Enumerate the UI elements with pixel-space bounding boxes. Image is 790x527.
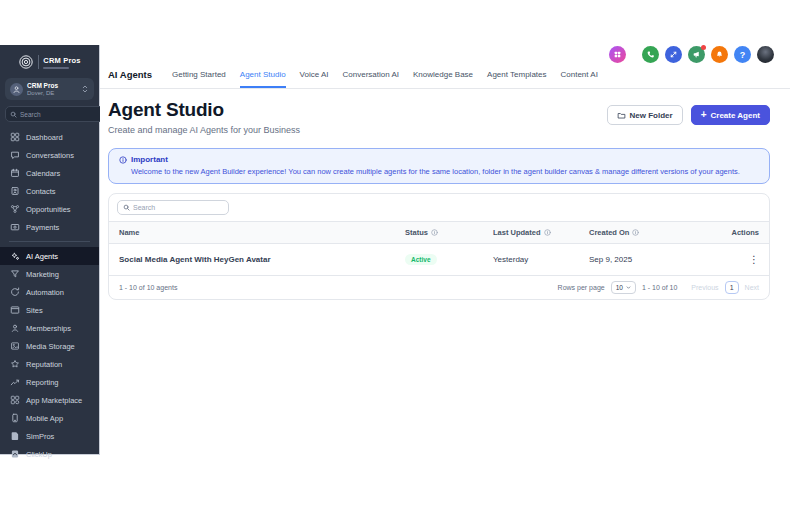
important-banner: Important Welcome to the new Agent Build… bbox=[108, 148, 770, 184]
sidebar-item-label: Media Storage bbox=[26, 342, 75, 351]
account-name: CRM Pros bbox=[27, 82, 77, 89]
tab-getting-started[interactable]: Getting Started bbox=[172, 70, 226, 88]
sidebar-item-label: Reporting bbox=[26, 378, 59, 387]
sidebar-search-row: ctrl K + bbox=[5, 106, 94, 122]
pagination-range: 1 - 10 of 10 bbox=[642, 284, 677, 291]
sidebar-item-conversations[interactable]: Conversations bbox=[0, 146, 99, 164]
column-last-updated[interactable]: Last Updated bbox=[493, 228, 589, 237]
new-folder-button[interactable]: New Folder bbox=[607, 105, 683, 125]
info-icon bbox=[632, 229, 639, 236]
sidebar-item-automation[interactable]: Automation bbox=[0, 283, 99, 301]
column-created-on[interactable]: Created On bbox=[589, 228, 709, 237]
person-icon bbox=[12, 85, 21, 94]
tab-agent-templates[interactable]: Agent Templates bbox=[487, 70, 546, 88]
sidebar-item-label: Mobile App bbox=[26, 414, 63, 423]
sidebar-search-input[interactable] bbox=[20, 111, 103, 118]
app-marketplace-icon bbox=[10, 395, 20, 405]
sidebar-item-simpros[interactable]: SimPros bbox=[0, 427, 99, 445]
folder-icon bbox=[617, 111, 626, 120]
sidebar-item-media-storage[interactable]: Media Storage bbox=[0, 337, 99, 355]
next-page-button[interactable]: Next bbox=[745, 284, 759, 291]
sidebar-item-memberships[interactable]: Memberships bbox=[0, 319, 99, 337]
sidebar-item-app-marketplace[interactable]: App Marketplace bbox=[0, 391, 99, 409]
phone-icon[interactable] bbox=[642, 46, 659, 63]
sidebar-item-ai-agents[interactable]: AI Agents bbox=[0, 247, 99, 265]
sidebar-item-label: Reputation bbox=[26, 360, 62, 369]
account-switcher[interactable]: CRM Pros Dover, DE bbox=[5, 78, 94, 100]
rows-per-page-select[interactable]: 10 bbox=[611, 281, 636, 294]
user-avatar[interactable] bbox=[757, 46, 774, 63]
sidebar-item-label: Automation bbox=[26, 288, 64, 297]
logo: CRM Pros bbox=[0, 45, 99, 77]
sidebar-item-marketing[interactable]: Marketing bbox=[0, 265, 99, 283]
sidebar-item-label: Marketing bbox=[26, 270, 59, 279]
info-icon bbox=[431, 229, 438, 236]
ai-agents-icon bbox=[10, 251, 20, 261]
page-number-button[interactable]: 1 bbox=[725, 281, 739, 294]
table-search[interactable] bbox=[117, 200, 229, 215]
sidebar-item-contacts[interactable]: Contacts bbox=[0, 182, 99, 200]
tab-knowledge-base[interactable]: Knowledge Base bbox=[413, 70, 473, 88]
tab-voice-ai[interactable]: Voice AI bbox=[300, 70, 329, 88]
clickup-icon bbox=[10, 449, 20, 459]
automation-icon bbox=[10, 287, 20, 297]
sidebar-nav: Dashboard Conversations Calendars Contac… bbox=[0, 128, 99, 463]
announcements-icon[interactable] bbox=[688, 46, 705, 63]
media-storage-icon bbox=[10, 341, 20, 351]
tab-content-ai[interactable]: Content AI bbox=[561, 70, 598, 88]
apps-icon[interactable] bbox=[609, 46, 626, 63]
previous-page-button[interactable]: Previous bbox=[691, 284, 718, 291]
chevron-up-down-icon bbox=[81, 84, 89, 94]
sidebar-item-reporting[interactable]: Reporting bbox=[0, 373, 99, 391]
row-actions-menu-icon[interactable]: ⋮ bbox=[749, 254, 759, 265]
contacts-icon bbox=[10, 186, 20, 196]
table-search-input[interactable] bbox=[133, 204, 223, 211]
sidebar-item-dashboard[interactable]: Dashboard bbox=[0, 128, 99, 146]
calendar-icon bbox=[10, 168, 20, 178]
help-icon[interactable]: ? bbox=[734, 46, 751, 63]
account-avatar bbox=[10, 83, 23, 96]
agent-name[interactable]: Social Media Agent With HeyGen Avatar bbox=[119, 255, 405, 264]
sidebar: CRM Pros CRM Pros Dover, DE bbox=[0, 45, 100, 455]
conversations-icon bbox=[10, 150, 20, 160]
table-row[interactable]: Social Media Agent With HeyGen Avatar Ac… bbox=[109, 244, 769, 275]
page-header: Agent Studio Create and manage AI Agents… bbox=[108, 99, 770, 135]
integrations-icon[interactable] bbox=[665, 46, 682, 63]
info-icon bbox=[119, 156, 127, 164]
page-title: Agent Studio bbox=[108, 99, 300, 121]
sidebar-item-mobile-app[interactable]: Mobile App bbox=[0, 409, 99, 427]
banner-title: Important bbox=[131, 155, 168, 164]
sidebar-item-opportunities[interactable]: Opportunities bbox=[0, 200, 99, 218]
opportunities-icon bbox=[10, 204, 20, 214]
sidebar-item-label: Sites bbox=[26, 306, 43, 315]
last-updated-value: Yesterday bbox=[493, 255, 589, 264]
info-icon bbox=[544, 229, 551, 236]
crm-pros-logo-icon bbox=[18, 54, 34, 70]
rows-per-page-label: Rows per page bbox=[558, 284, 605, 291]
sidebar-item-calendars[interactable]: Calendars bbox=[0, 164, 99, 182]
sidebar-item-label: Conversations bbox=[26, 151, 74, 160]
mobile-app-icon bbox=[10, 413, 20, 423]
sidebar-item-sites[interactable]: Sites bbox=[0, 301, 99, 319]
tab-conversation-ai[interactable]: Conversation AI bbox=[343, 70, 399, 88]
logo-text: CRM Pros bbox=[43, 56, 80, 65]
question-glyph: ? bbox=[740, 50, 746, 60]
sidebar-item-payments[interactable]: Payments bbox=[0, 218, 99, 236]
sidebar-item-label: AI Agents bbox=[26, 252, 58, 261]
column-name[interactable]: Name bbox=[119, 228, 405, 237]
sidebar-item-label: SimPros bbox=[26, 432, 54, 441]
page-section-title: AI Agents bbox=[108, 69, 152, 88]
sidebar-item-label: Payments bbox=[26, 223, 59, 232]
notifications-bell-icon[interactable] bbox=[711, 46, 728, 63]
search-icon bbox=[123, 204, 130, 211]
table-footer: 1 - 10 of 10 agents Rows per page 10 1 -… bbox=[109, 275, 769, 299]
logo-tagline bbox=[43, 67, 69, 69]
create-agent-button[interactable]: + Create Agent bbox=[691, 105, 770, 125]
reputation-star-icon bbox=[10, 359, 20, 369]
column-status[interactable]: Status bbox=[405, 228, 493, 237]
sidebar-item-clickup[interactable]: ClickUp bbox=[0, 445, 99, 463]
sidebar-item-reputation[interactable]: Reputation bbox=[0, 355, 99, 373]
page-content: Agent Studio Create and manage AI Agents… bbox=[108, 89, 770, 300]
tab-agent-studio[interactable]: Agent Studio bbox=[240, 70, 286, 88]
sites-icon bbox=[10, 305, 20, 315]
